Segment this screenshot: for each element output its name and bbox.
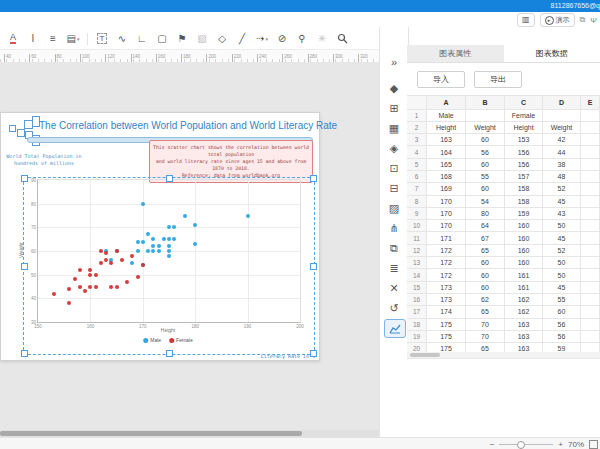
resize-handle[interactable]	[21, 350, 28, 357]
table-cell[interactable]	[581, 122, 600, 134]
row-number[interactable]: 2	[407, 122, 427, 134]
table-cell[interactable]: 60	[466, 257, 505, 269]
deco-square[interactable]	[9, 125, 16, 132]
fill-style-icon[interactable]: ◆	[380, 79, 408, 97]
table-cell[interactable]: 48	[543, 171, 581, 183]
zoom-slider-knob[interactable]	[517, 441, 525, 449]
table-cell[interactable]: 70	[466, 331, 505, 343]
row-number[interactable]: 18	[407, 319, 427, 331]
table-cell[interactable]: 175	[427, 319, 466, 331]
row-number[interactable]: 4	[407, 146, 427, 158]
table-cell[interactable]	[466, 110, 505, 122]
fit-window-icon[interactable]: ✕	[380, 279, 408, 297]
data-point-female[interactable]	[78, 268, 82, 272]
zoom-slider[interactable]	[499, 444, 553, 445]
data-point-female[interactable]	[67, 301, 71, 305]
data-point-male[interactable]	[146, 232, 150, 236]
data-point-female[interactable]	[109, 285, 113, 289]
table-cell[interactable]: Weight	[543, 122, 581, 134]
data-point-female[interactable]	[83, 289, 87, 293]
table-cell[interactable]: 175	[427, 331, 466, 343]
row-number[interactable]: 16	[407, 294, 427, 306]
table-cell[interactable]	[581, 110, 600, 122]
table-corner[interactable]	[407, 96, 427, 110]
table-cell[interactable]: 65	[466, 245, 505, 257]
pen-icon[interactable]: ╱	[232, 31, 252, 47]
zoom-tool-icon[interactable]	[332, 31, 352, 47]
tab-chart-data[interactable]: 图表数据	[504, 45, 600, 62]
table-cell[interactable]: 162	[505, 294, 543, 306]
table-cell[interactable]: 55	[543, 294, 581, 306]
table-cell[interactable]	[581, 306, 600, 318]
symbol-library-icon[interactable]: ▦	[380, 119, 408, 137]
row-number[interactable]: 19	[407, 331, 427, 343]
layers-icon[interactable]: ◈	[380, 139, 408, 157]
text-box-icon[interactable]: T	[92, 31, 112, 47]
x-axis-caption[interactable]: Literacy Rate in %	[261, 353, 315, 359]
corner-line-icon[interactable]: ∟	[132, 31, 152, 47]
import-button[interactable]: 导入	[417, 71, 465, 88]
table-cell[interactable]: 175	[427, 343, 466, 352]
table-cell[interactable]: 170	[427, 208, 466, 220]
data-point-male[interactable]	[157, 244, 161, 248]
table-cell[interactable]: 163	[427, 134, 466, 146]
table-cell[interactable]: 158	[505, 183, 543, 195]
table-cell[interactable]: 56	[543, 331, 581, 343]
table-cell[interactable]: 169	[427, 183, 466, 195]
table-cell[interactable]: 67	[466, 232, 505, 244]
data-point-male[interactable]	[167, 237, 171, 241]
table-cell[interactable]: 159	[505, 208, 543, 220]
data-point-male[interactable]	[193, 223, 197, 227]
table-cell[interactable]: 45	[543, 232, 581, 244]
row-number[interactable]: 13	[407, 257, 427, 269]
data-point-female[interactable]	[141, 263, 145, 267]
table-cell[interactable]: 161	[505, 269, 543, 281]
insert-shape-icon[interactable]: ⊞	[380, 99, 408, 117]
table-cell[interactable]: 174	[427, 306, 466, 318]
data-point-female[interactable]	[104, 258, 108, 262]
share-icon[interactable]: ⧉	[580, 15, 586, 25]
resize-handle[interactable]	[166, 350, 173, 357]
data-point-male[interactable]	[136, 249, 140, 253]
table-cell[interactable]: 60	[466, 159, 505, 171]
chart-title[interactable]: The Correlation between World Population…	[39, 120, 337, 131]
data-point-female[interactable]	[94, 285, 98, 289]
row-number[interactable]: 12	[407, 245, 427, 257]
table-cell[interactable]: 160	[505, 245, 543, 257]
data-point-male[interactable]	[151, 244, 155, 248]
column-header[interactable]: A	[427, 96, 466, 110]
table-cell[interactable]: 80	[466, 208, 505, 220]
row-number[interactable]: 14	[407, 269, 427, 281]
table-cell[interactable]: Weight	[466, 122, 505, 134]
outline-icon[interactable]: ≣	[380, 259, 408, 277]
table-cell[interactable]: 60	[466, 269, 505, 281]
table-cell[interactable]: Female	[505, 110, 543, 122]
data-point-male[interactable]	[151, 249, 155, 253]
table-cell[interactable]: 45	[543, 196, 581, 208]
chart-icon[interactable]	[384, 319, 406, 338]
table-cell[interactable]: 43	[543, 208, 581, 220]
table-cell[interactable]: 60	[466, 183, 505, 195]
table-cell[interactable]	[581, 159, 600, 171]
table-cell[interactable]	[581, 171, 600, 183]
zoom-in-button[interactable]: +	[558, 440, 563, 449]
data-point-male[interactable]	[167, 244, 171, 248]
table-cell[interactable]: 163	[505, 331, 543, 343]
row-number[interactable]: 3	[407, 134, 427, 146]
present-button[interactable]: ▸ 演示	[540, 13, 575, 27]
data-point-female[interactable]	[67, 287, 71, 291]
table-cell[interactable]	[581, 245, 600, 257]
table-cell[interactable]	[581, 134, 600, 146]
table-cell[interactable]: 38	[543, 159, 581, 171]
data-point-female[interactable]	[115, 285, 119, 289]
resize-handle[interactable]	[21, 263, 28, 270]
table-cell[interactable]: 165	[427, 159, 466, 171]
data-point-female[interactable]	[88, 285, 92, 289]
data-point-male[interactable]	[172, 225, 176, 229]
table-cell[interactable]: 45	[543, 282, 581, 294]
no-border-icon[interactable]: ⊘	[272, 31, 292, 47]
table-cell[interactable]: 50	[543, 257, 581, 269]
table-cell[interactable]: 171	[427, 232, 466, 244]
data-point-male[interactable]	[162, 237, 166, 241]
data-point-male[interactable]	[136, 240, 140, 244]
